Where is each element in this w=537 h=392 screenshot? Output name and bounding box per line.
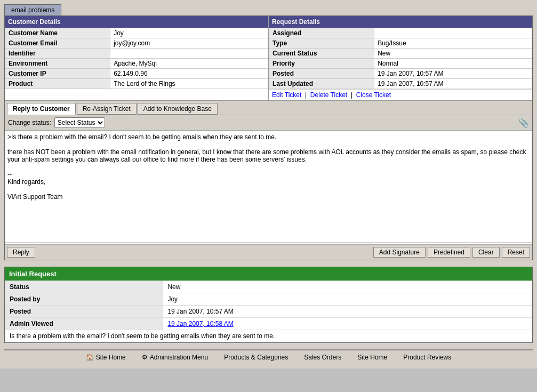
add-signature-button[interactable]: Add Signature (373, 247, 426, 258)
request-field-row: Posted19 Jan 2007, 10:57 AM (269, 69, 532, 79)
field-value: joy@joy.com (110, 38, 268, 49)
footer-site-home2: Site Home (357, 354, 387, 361)
reply-buttons-row: Reply Add Signature Predefined Clear Res… (5, 244, 532, 260)
footer-reviews-link[interactable]: Product Reviews (403, 354, 451, 361)
clear-button[interactable]: Clear (472, 247, 500, 258)
request-field-row: Last Updated19 Jan 2007, 10:57 AM (269, 79, 532, 89)
customer-field-row: EnvironmentApache, MySql (5, 59, 268, 69)
footer-site-home2-link[interactable]: Site Home (357, 354, 387, 361)
request-field-row: Assigned (269, 28, 532, 38)
change-status-label: Change status: (8, 119, 51, 126)
request-details-box: Request Details AssignedTypeBug/IssueCur… (269, 16, 532, 100)
footer-reviews: Product Reviews (403, 354, 451, 361)
footer-products: Products & Categories (224, 354, 288, 361)
field-label: Environment (5, 59, 110, 69)
initial-field-row: Posted19 Jan 2007, 10:57 AM (5, 306, 532, 318)
predefined-button[interactable]: Predefined (428, 247, 470, 258)
action-links: Edit Ticket | Delete Ticket | Close Tick… (269, 89, 532, 100)
footer-site-home: 🏠 Site Home (86, 354, 126, 361)
field-label: Type (269, 38, 374, 49)
footer-admin-link[interactable]: Administration Menu (150, 354, 208, 361)
request-details-header: Request Details (269, 16, 532, 28)
field-label: Posted by (5, 293, 163, 306)
footer-site-home-link[interactable]: Site Home (96, 354, 126, 361)
field-label: Admin Viewed (5, 318, 163, 330)
field-value: Apache, MySql (110, 59, 268, 69)
field-value: 19 Jan 2007, 10:58 AM (163, 318, 532, 330)
field-value: 19 Jan 2007, 10:57 AM (374, 69, 532, 79)
field-label: Last Updated (269, 79, 374, 89)
message-row: Is there a problem with the email? I don… (5, 330, 532, 342)
action-tabs-row: Reply to Customer Re-Assign Ticket Add t… (5, 100, 532, 115)
footer-sales-link[interactable]: Sales Orders (304, 354, 341, 361)
close-ticket-link[interactable]: Close Ticket (356, 91, 391, 99)
field-value: 19 Jan 2007, 10:57 AM (374, 79, 532, 89)
initial-request-header: Initial Request (5, 267, 532, 281)
attachment-icon[interactable]: 📎 (518, 118, 529, 128)
footer-admin-menu: ⚙ Administration Menu (142, 354, 208, 361)
initial-field-row: StatusNew (5, 281, 532, 293)
tab-reply[interactable]: Reply to Customer (7, 103, 76, 115)
field-value: New (163, 281, 532, 293)
request-field-row: TypeBug/Issue (269, 38, 532, 49)
field-label: Customer IP (5, 69, 110, 79)
customer-details-header: Customer Details (5, 16, 268, 28)
customer-details-box: Customer Details Customer NameJoyCustome… (5, 16, 269, 100)
tab-knowledge[interactable]: Add to Knowledge Base (138, 103, 218, 115)
delete-ticket-link[interactable]: Delete Ticket (310, 91, 347, 99)
field-label: Product (5, 79, 110, 89)
field-value: Normal (374, 59, 532, 69)
footer-sales: Sales Orders (304, 354, 341, 361)
reply-content-area (5, 131, 532, 244)
initial-field-row: Admin Viewed19 Jan 2007, 10:58 AM (5, 318, 532, 330)
reply-button[interactable]: Reply (7, 247, 35, 258)
tab-reassign[interactable]: Re-Assign Ticket (77, 103, 137, 115)
field-label: Identifier (5, 49, 110, 59)
footer: 🏠 Site Home ⚙ Administration Menu Produc… (4, 349, 533, 364)
field-label: Customer Email (5, 38, 110, 49)
initial-field-row: Posted byJoy (5, 293, 532, 306)
field-label: Posted (5, 306, 163, 318)
field-value (374, 28, 532, 38)
field-value: The Lord of the Rings (110, 79, 268, 89)
request-field-row: Current StatusNew (269, 49, 532, 59)
status-row: Change status: Select Status New Open Cl… (5, 115, 532, 131)
request-field-row: PriorityNormal (269, 59, 532, 69)
field-label: Current Status (269, 49, 374, 59)
customer-field-row: Identifier (5, 49, 268, 59)
field-value: Joy (163, 293, 532, 306)
field-value: 19 Jan 2007, 10:57 AM (163, 306, 532, 318)
home-icon: 🏠 (86, 354, 94, 361)
gear-icon: ⚙ (142, 354, 148, 361)
status-select[interactable]: Select Status New Open Closed Pending (54, 117, 105, 128)
main-panel: Customer Details Customer NameJoyCustome… (4, 15, 533, 260)
reply-textarea[interactable] (5, 131, 532, 243)
field-value: 62.149.0.96 (110, 69, 268, 79)
field-value: New (374, 49, 532, 59)
field-value (110, 49, 268, 59)
field-label: Customer Name (5, 28, 110, 38)
customer-field-row: Customer IP62.149.0.96 (5, 69, 268, 79)
field-value: Bug/Issue (374, 38, 532, 49)
initial-request-panel: Initial Request StatusNewPosted byJoy Po… (4, 267, 533, 343)
customer-field-row: Customer Emailjoy@joy.com (5, 38, 268, 49)
customer-field-row: Customer NameJoy (5, 28, 268, 38)
initial-message: Is there a problem with the email? I don… (5, 330, 532, 342)
field-label: Status (5, 281, 163, 293)
field-value: Joy (110, 28, 268, 38)
footer-products-link[interactable]: Products & Categories (224, 354, 288, 361)
edit-ticket-link[interactable]: Edit Ticket (272, 91, 301, 99)
details-row: Customer Details Customer NameJoyCustome… (5, 16, 532, 100)
field-label: Priority (269, 59, 374, 69)
field-label: Assigned (269, 28, 374, 38)
email-tab[interactable]: email problems (4, 4, 61, 15)
reset-button[interactable]: Reset (502, 247, 530, 258)
customer-field-row: ProductThe Lord of the Rings (5, 79, 268, 89)
field-label: Posted (269, 69, 374, 79)
admin-viewed-link[interactable]: 19 Jan 2007, 10:58 AM (167, 320, 233, 327)
